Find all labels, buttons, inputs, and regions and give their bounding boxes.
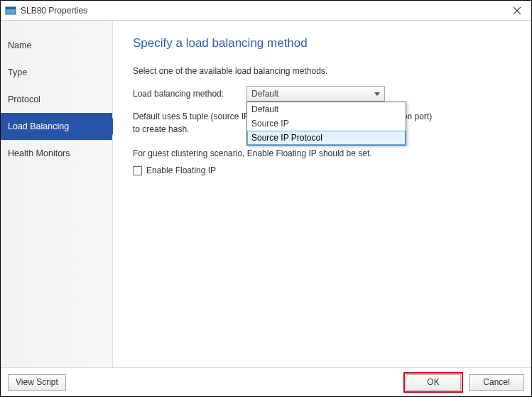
dialog-body: Name Type Protocol Load Balancing Health…	[1, 21, 531, 368]
dropdown-option-label: Source IP	[251, 119, 289, 129]
close-icon	[514, 7, 521, 14]
button-label: Cancel	[483, 377, 509, 387]
enable-floating-ip-row[interactable]: Enable Floating IP	[133, 165, 511, 175]
sidebar-item-label: Name	[8, 40, 31, 50]
titlebar-left: SLB80 Properties	[5, 5, 87, 16]
sidebar-item-name[interactable]: Name	[1, 32, 112, 59]
sidebar-item-health-monitors[interactable]: Health Monitors	[1, 140, 112, 167]
page-description: Select one of the available load balanci…	[133, 66, 511, 76]
lb-method-combo[interactable]: Default Default Source IP Sour	[246, 86, 385, 102]
lb-method-label: Load balancing method:	[133, 89, 239, 99]
enable-floating-ip-label: Enable Floating IP	[146, 165, 216, 175]
dialog-footer: View Script OK Cancel	[1, 368, 531, 396]
enable-floating-ip-checkbox[interactable]	[133, 166, 142, 175]
app-icon	[5, 5, 16, 16]
dropdown-option-source-ip[interactable]: Source IP	[247, 116, 406, 131]
lb-method-row: Load balancing method: Default Default	[133, 86, 511, 102]
dropdown-option-source-ip-protocol[interactable]: Source IP Protocol	[247, 131, 406, 145]
footer-right: OK Cancel	[403, 372, 524, 393]
sidebar-item-label: Health Monitors	[8, 148, 70, 158]
svg-rect-1	[6, 7, 16, 9]
chevron-down-icon	[374, 89, 380, 99]
view-script-button[interactable]: View Script	[8, 374, 66, 391]
sidebar-item-protocol[interactable]: Protocol	[1, 86, 112, 113]
page-heading: Specify a load balancing method	[133, 36, 511, 50]
ok-button-highlight: OK	[403, 372, 463, 393]
window-title: SLB80 Properties	[21, 6, 87, 16]
floating-ip-hint: For guest clustering scenario, Enable Fl…	[133, 148, 511, 158]
lb-method-combo-value: Default	[251, 89, 278, 99]
sidebar-item-label: Type	[8, 67, 27, 77]
titlebar: SLB80 Properties	[1, 1, 531, 21]
sidebar-item-label: Protocol	[8, 94, 40, 104]
content-pane: Specify a load balancing method Select o…	[113, 21, 531, 367]
ok-button[interactable]: OK	[406, 374, 461, 391]
button-label: View Script	[16, 377, 58, 387]
dialog-window: SLB80 Properties Name Type Protocol Load…	[0, 0, 532, 397]
close-button[interactable]	[507, 1, 527, 21]
sidebar-item-load-balancing[interactable]: Load Balancing	[1, 113, 112, 140]
cancel-button[interactable]: Cancel	[469, 374, 524, 391]
sidebar-item-type[interactable]: Type	[1, 59, 112, 86]
lb-method-dropdown: Default Source IP Source IP Protocol	[246, 102, 406, 146]
lb-method-combo-display[interactable]: Default	[246, 86, 385, 102]
dropdown-option-label: Default	[251, 104, 278, 114]
dropdown-option-default[interactable]: Default	[247, 102, 406, 116]
sidebar: Name Type Protocol Load Balancing Health…	[1, 21, 113, 367]
dropdown-option-label: Source IP Protocol	[251, 133, 322, 143]
sidebar-item-label: Load Balancing	[8, 121, 69, 131]
button-label: OK	[427, 377, 439, 387]
